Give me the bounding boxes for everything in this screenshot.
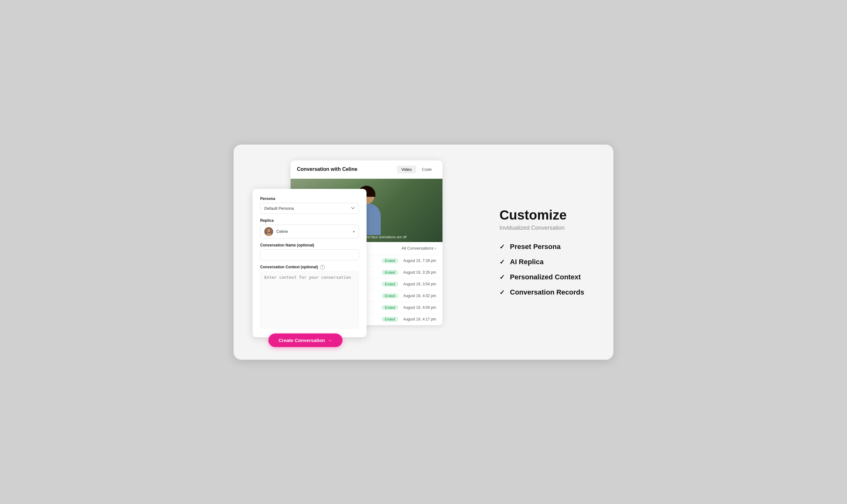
- status-badge-5: Ended: [382, 317, 398, 322]
- create-btn-label: Create Conversation: [279, 338, 325, 343]
- avatar-image: [264, 227, 273, 236]
- persona-label: Persona: [260, 197, 359, 201]
- feature-label-ai-replica: AI Replica: [510, 258, 544, 266]
- feature-item-conversation-records: ✓ Conversation Records: [499, 288, 588, 296]
- create-btn-wrapper: Create Conversation →: [268, 334, 342, 347]
- feature-item-preset-persona: ✓ Preset Persona: [499, 243, 588, 251]
- form-panel: Persona Default Persona Replica Celin: [252, 189, 367, 337]
- feature-list: ✓ Preset Persona ✓ AI Replica ✓ Personal…: [499, 243, 588, 296]
- conv-header: Conversation with Celine Video Code: [290, 160, 442, 179]
- feature-item-personalized-context: ✓ Personalized Context: [499, 273, 588, 281]
- status-badge-1: Ended: [382, 270, 398, 275]
- status-badge-4: Ended: [382, 305, 398, 310]
- row-date-1: August 19, 3:26 pm: [403, 270, 436, 275]
- row-date-4: August 19, 4:04 pm: [403, 305, 436, 310]
- tab-code[interactable]: Code: [418, 165, 436, 174]
- create-conversation-button[interactable]: Create Conversation →: [268, 334, 342, 347]
- replica-label: Replica: [260, 218, 359, 223]
- check-icon-records: ✓: [499, 289, 505, 296]
- customize-subtitle: Invidualized Conversation: [499, 224, 588, 231]
- main-card: Conversation with Celine Video Code In p…: [234, 145, 613, 360]
- svg-point-1: [267, 229, 270, 232]
- replica-name: Celine: [276, 229, 353, 234]
- conv-panel-title: Conversation with Celine: [297, 166, 357, 172]
- status-badge-2: Ended: [382, 282, 398, 287]
- help-icon[interactable]: ?: [320, 265, 325, 270]
- conv-name-section: Conversation Name (optional): [260, 243, 359, 265]
- row-date-3: August 19, 4:02 pm: [403, 294, 436, 298]
- row-date-0: August 15, 7:28 pm: [403, 258, 436, 263]
- persona-section: Persona Default Persona: [260, 197, 359, 218]
- feature-label-conversation-records: Conversation Records: [510, 288, 584, 296]
- context-label: Conversation Context (optional): [260, 265, 318, 269]
- status-badge-0: Ended: [382, 258, 398, 263]
- status-badge-3: Ended: [382, 293, 398, 298]
- right-section: Customize Invidualized Conversation ✓ Pr…: [487, 160, 595, 344]
- replica-section: Replica Celine ▾: [260, 218, 359, 238]
- feature-label-preset-persona: Preset Persona: [510, 243, 561, 251]
- feature-item-ai-replica: ✓ AI Replica: [499, 258, 588, 266]
- create-btn-arrow: →: [328, 338, 332, 343]
- check-icon-preset: ✓: [499, 243, 505, 251]
- conv-name-label: Conversation Name (optional): [260, 243, 359, 247]
- context-label-row: Conversation Context (optional) ?: [260, 265, 359, 270]
- context-textarea[interactable]: [260, 271, 359, 328]
- all-conversations-link[interactable]: All Conversations ›: [402, 246, 437, 251]
- avatar: [264, 227, 273, 236]
- tab-video[interactable]: Video: [397, 165, 416, 174]
- conv-name-input[interactable]: [260, 249, 359, 260]
- check-icon-context: ✓: [499, 273, 505, 281]
- feature-label-personalized-context: Personalized Context: [510, 273, 581, 281]
- check-icon-replica: ✓: [499, 258, 505, 266]
- replica-select-wrapper[interactable]: Celine ▾: [260, 224, 359, 238]
- row-date-5: August 19, 4:17 pm: [403, 317, 436, 321]
- chevron-down-icon: ▾: [353, 229, 355, 234]
- page-title: Customize: [499, 208, 588, 223]
- conv-tabs: Video Code: [397, 165, 436, 174]
- persona-select[interactable]: Default Persona: [260, 203, 359, 214]
- row-date-2: August 19, 3:54 pm: [403, 282, 436, 286]
- left-section: Conversation with Celine Video Code In p…: [252, 160, 477, 344]
- context-section: Conversation Context (optional) ?: [260, 265, 359, 330]
